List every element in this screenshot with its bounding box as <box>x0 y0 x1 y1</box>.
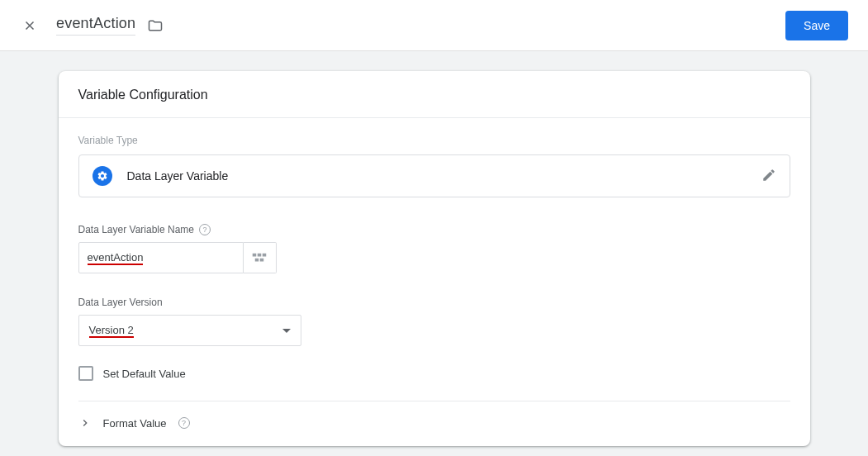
version-field-label: Data Layer Version <box>78 297 163 308</box>
data-layer-icon <box>92 166 112 186</box>
help-icon[interactable]: ? <box>178 417 190 429</box>
variable-type-name: Data Layer Variable <box>127 169 761 183</box>
svg-rect-0 <box>253 254 257 257</box>
version-select-value: Version 2 <box>89 324 134 338</box>
svg-rect-2 <box>263 254 267 257</box>
pencil-icon <box>761 168 776 185</box>
chevron-down-icon <box>282 329 291 333</box>
title-wrap: eventAction <box>56 15 785 36</box>
version-select[interactable]: Version 2 <box>78 315 301 346</box>
variable-name-input[interactable]: eventAction <box>78 242 244 273</box>
folder-icon[interactable] <box>147 17 164 34</box>
card-title: Variable Configuration <box>78 88 790 102</box>
variable-title-input[interactable]: eventAction <box>56 15 135 36</box>
help-icon[interactable]: ? <box>199 224 211 235</box>
name-field-label-row: Data Layer Variable Name ? <box>78 224 790 235</box>
workspace: Variable Configuration Variable Type Dat… <box>0 51 868 456</box>
default-value-label: Set Default Value <box>103 368 186 380</box>
default-value-checkbox[interactable] <box>78 366 93 381</box>
card-body: Variable Type Data Layer Variable Data L… <box>59 118 810 446</box>
close-icon[interactable] <box>20 16 40 36</box>
svg-rect-4 <box>260 259 264 262</box>
chevron-right-icon <box>78 416 92 430</box>
format-value-toggle[interactable]: Format Value ? <box>78 401 790 446</box>
config-card: Variable Configuration Variable Type Dat… <box>59 71 810 446</box>
card-header: Variable Configuration <box>59 71 810 118</box>
variable-type-label: Variable Type <box>78 135 790 146</box>
default-value-row: Set Default Value <box>78 366 790 401</box>
svg-rect-1 <box>258 254 262 257</box>
format-value-label: Format Value <box>103 417 167 430</box>
top-bar: eventAction Save <box>0 0 868 51</box>
save-button[interactable]: Save <box>785 11 848 40</box>
svg-rect-3 <box>255 259 259 262</box>
variable-type-selector[interactable]: Data Layer Variable <box>78 154 790 197</box>
insert-variable-button[interactable] <box>244 242 277 273</box>
name-field-label: Data Layer Variable Name <box>78 224 195 235</box>
version-field-label-row: Data Layer Version <box>78 297 790 308</box>
name-input-row: eventAction <box>78 242 790 273</box>
